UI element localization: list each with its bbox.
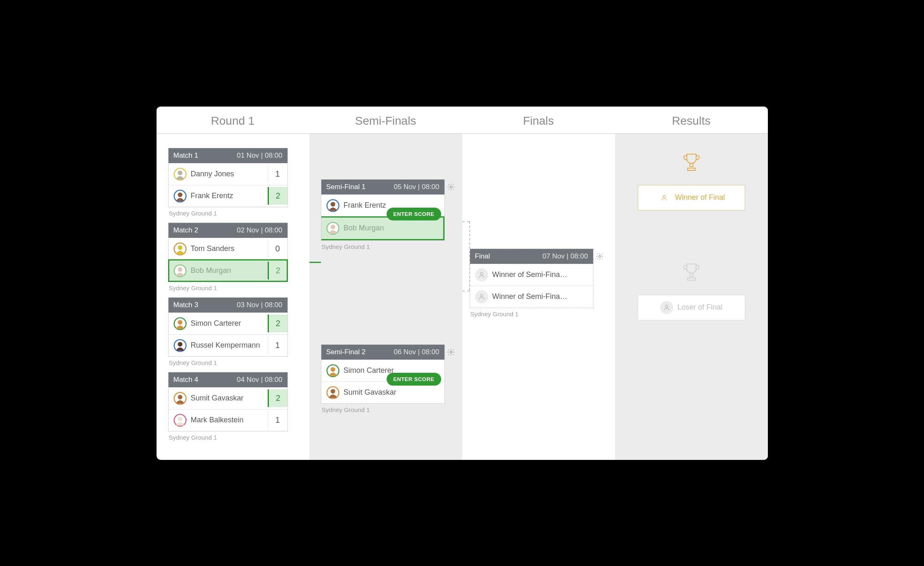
player-name: Frank Erentz bbox=[344, 201, 386, 210]
column-results: Results Winner of Final bbox=[615, 107, 768, 460]
enter-score-button[interactable]: ENTER SCORE bbox=[387, 373, 441, 386]
player-row[interactable]: Danny Jones 1 bbox=[169, 163, 287, 185]
svg-point-27 bbox=[480, 272, 483, 275]
venue-label: Sydney Ground 1 bbox=[169, 284, 309, 291]
svg-point-11 bbox=[178, 342, 182, 346]
svg-point-18 bbox=[330, 202, 335, 206]
match-card[interactable]: Match 4 04 Nov | 08:00 Sumit Gavaskar 2 … bbox=[168, 372, 288, 431]
column-finals: Finals Final 07 Nov | 08:00 Winner of Se… bbox=[462, 107, 615, 460]
match-date: 01 Nov | 08:00 bbox=[237, 152, 282, 160]
match-date: 07 Nov | 08:00 bbox=[542, 252, 588, 261]
svg-point-23 bbox=[330, 367, 335, 372]
bracket-panel: Round 1 Match 1 01 Nov | 08:00 Danny Jon… bbox=[157, 107, 768, 460]
player-name: Danny Jones bbox=[191, 170, 234, 178]
avatar-icon bbox=[326, 386, 340, 399]
winner-of-final-box: Winner of Final bbox=[638, 185, 745, 211]
match-header: Match 3 03 Nov | 08:00 bbox=[169, 298, 287, 313]
match-title: Semi-Final 2 bbox=[326, 348, 366, 356]
player-row[interactable]: Tom Sanders 0 bbox=[169, 238, 287, 260]
match-header: Semi-Final 2 06 Nov | 08:00 bbox=[321, 345, 444, 360]
match-header: Match 1 01 Nov | 08:00 bbox=[169, 148, 287, 163]
avatar-icon bbox=[173, 264, 187, 277]
player-name: Tom Sanders bbox=[191, 244, 235, 253]
venue-label: Sydney Ground 1 bbox=[470, 310, 615, 317]
avatar-icon bbox=[173, 392, 187, 405]
venue-label: Sydney Ground 1 bbox=[169, 210, 309, 217]
match-date: 02 Nov | 08:00 bbox=[237, 226, 282, 234]
player-name: Sumit Gavaskar bbox=[344, 388, 397, 397]
player-score: 2 bbox=[268, 262, 287, 279]
match-card[interactable]: Match 3 03 Nov | 08:00 Simon Carterer 2 … bbox=[168, 297, 288, 357]
match-title: Semi-Final 1 bbox=[326, 183, 366, 191]
match-card[interactable]: Match 2 02 Nov | 08:00 Tom Sanders 0 Bob… bbox=[168, 223, 288, 282]
venue-label: Sydney Ground 1 bbox=[169, 359, 309, 366]
venue-label: Sydney Ground 1 bbox=[169, 434, 309, 441]
person-icon bbox=[475, 268, 488, 282]
avatar-icon bbox=[173, 317, 187, 330]
svg-point-20 bbox=[330, 225, 335, 229]
avatar-icon bbox=[326, 364, 340, 377]
svg-point-29 bbox=[663, 195, 665, 198]
player-score: 1 bbox=[268, 165, 287, 183]
svg-point-7 bbox=[178, 267, 182, 272]
match-card[interactable]: Match 1 01 Nov | 08:00 Danny Jones 1 Fra… bbox=[168, 148, 288, 207]
player-row[interactable]: Sumit Gavaskar 2 bbox=[169, 387, 287, 409]
column-header-results: Results bbox=[615, 107, 768, 134]
person-icon bbox=[658, 191, 671, 204]
column-header-round1: Round 1 bbox=[157, 107, 309, 134]
match-header: Semi-Final 1 05 Nov | 08:00 bbox=[321, 180, 444, 194]
match-header: Match 2 02 Nov | 08:00 bbox=[169, 223, 287, 238]
player-name: Winner of Semi-Fina… bbox=[492, 292, 568, 301]
loser-label: Loser of Final bbox=[677, 303, 722, 312]
gear-icon[interactable] bbox=[447, 348, 455, 356]
match-title: Final bbox=[475, 252, 490, 261]
person-icon bbox=[475, 290, 488, 303]
svg-point-21 bbox=[450, 351, 452, 353]
svg-point-25 bbox=[330, 389, 335, 393]
svg-point-13 bbox=[178, 395, 182, 399]
final-card[interactable]: Final 07 Nov | 08:00 Winner of Semi-Fina… bbox=[470, 249, 594, 308]
enter-score-button[interactable]: ENTER SCORE bbox=[387, 208, 441, 220]
winner-label: Winner of Final bbox=[675, 193, 725, 202]
svg-point-15 bbox=[178, 417, 182, 421]
match-date: 04 Nov | 08:00 bbox=[237, 376, 282, 384]
svg-point-3 bbox=[178, 192, 182, 197]
player-name: Bob Murgan bbox=[191, 266, 231, 275]
match-title: Match 4 bbox=[173, 376, 198, 384]
match-date: 06 Nov | 08:00 bbox=[394, 348, 439, 356]
match-date: 03 Nov | 08:00 bbox=[237, 301, 282, 309]
player-row[interactable]: Winner of Semi-Fina… bbox=[470, 286, 593, 308]
player-row[interactable]: Winner of Semi-Fina… bbox=[470, 264, 593, 286]
avatar-icon bbox=[173, 339, 187, 352]
player-score: 0 bbox=[268, 240, 287, 258]
gear-icon[interactable] bbox=[596, 252, 604, 261]
player-score: 2 bbox=[268, 389, 287, 407]
player-row[interactable]: Russel Kempermann 1 bbox=[169, 334, 287, 356]
result-loser-slot: Loser of Final bbox=[638, 260, 745, 320]
avatar-icon bbox=[173, 189, 187, 203]
svg-point-28 bbox=[480, 294, 483, 297]
player-row[interactable]: Bob Murgan 2 bbox=[169, 260, 287, 282]
player-name: Sumit Gavaskar bbox=[191, 394, 244, 403]
player-row[interactable]: Simon Carterer 2 bbox=[169, 313, 287, 334]
player-score: 2 bbox=[268, 315, 287, 332]
player-name: Simon Carterer bbox=[344, 366, 394, 375]
player-name: Russel Kempermann bbox=[191, 341, 260, 350]
player-score: 1 bbox=[268, 411, 287, 429]
avatar-icon bbox=[173, 242, 187, 256]
svg-point-30 bbox=[665, 305, 668, 308]
player-name: Simon Carterer bbox=[191, 319, 241, 328]
svg-point-9 bbox=[178, 320, 182, 324]
match-header: Final 07 Nov | 08:00 bbox=[470, 249, 593, 264]
semifinal-card[interactable]: Semi-Final 1 05 Nov | 08:00 Frank Erentz… bbox=[321, 179, 445, 241]
player-row[interactable]: Mark Balkestein 1 bbox=[169, 409, 287, 431]
semifinal-card[interactable]: Semi-Final 2 06 Nov | 08:00 Simon Carter… bbox=[321, 344, 445, 404]
svg-point-5 bbox=[178, 245, 182, 250]
person-icon bbox=[660, 301, 673, 314]
gear-icon[interactable] bbox=[447, 183, 455, 191]
match-title: Match 1 bbox=[173, 152, 198, 160]
match-title: Match 2 bbox=[173, 226, 198, 234]
player-row[interactable]: Frank Erentz 2 bbox=[169, 185, 287, 207]
column-semis: Semi-Finals Semi-Final 1 05 Nov | 08:00 … bbox=[309, 107, 462, 460]
player-name: Winner of Semi-Fina… bbox=[492, 270, 568, 279]
